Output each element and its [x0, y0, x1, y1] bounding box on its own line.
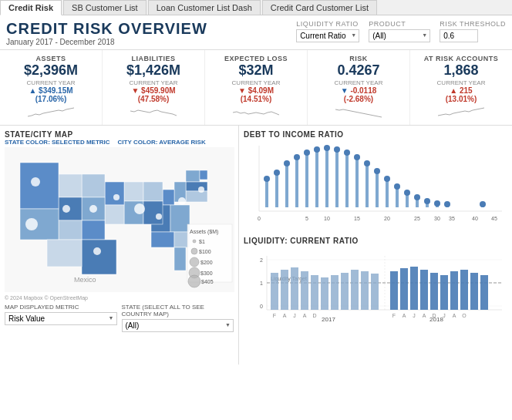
- svg-text:$100: $100: [199, 249, 211, 254]
- charts-section: DEBT TO INCOME RATIO: [239, 126, 512, 365]
- svg-text:15: 15: [354, 216, 360, 221]
- kpi-expected-loss-change-val: $4.09M: [248, 86, 274, 95]
- tab-loan-customer[interactable]: Loan Customer List Dash: [148, 0, 261, 15]
- liquidity-select[interactable]: Current Ratio: [296, 29, 359, 42]
- svg-rect-13: [143, 182, 163, 201]
- kpi-assets: ASSETS $2,396M CURRENT YEAR ▲ $349.15M (…: [0, 50, 103, 125]
- svg-text:O: O: [462, 313, 467, 318]
- state-label: STATE (SELECT ALL TO SEE COUNTRY MAP): [122, 304, 234, 318]
- svg-point-66: [324, 145, 330, 151]
- svg-point-30: [62, 205, 70, 213]
- map-section: STATE/CITY MAP STATE COLOR: SELECTED MET…: [0, 126, 239, 365]
- svg-text:20: 20: [384, 216, 390, 221]
- map-footer: © 2024 Mapbox © OpenStreetMap: [5, 295, 234, 301]
- kpi-liabilities: LIABILITIES $1,426M CURRENT YEAR ▼ $459.…: [103, 50, 205, 125]
- svg-rect-122: [331, 275, 339, 310]
- kpi-assets-label: ASSETS: [6, 55, 96, 62]
- svg-rect-117: [281, 270, 288, 310]
- kpi-at-risk-value: 1,868: [416, 62, 506, 79]
- svg-text:Assets ($M): Assets ($M): [190, 229, 218, 235]
- svg-text:J: J: [443, 313, 446, 318]
- svg-point-41: [193, 240, 196, 243]
- svg-point-70: [344, 150, 350, 156]
- svg-text:0: 0: [258, 216, 261, 221]
- map-title: STATE/CITY MAP: [5, 130, 234, 139]
- tab-sb-customer[interactable]: SB Customer List: [63, 0, 147, 15]
- svg-rect-15: [143, 201, 163, 224]
- svg-point-54: [264, 176, 270, 182]
- svg-text:2017: 2017: [322, 316, 335, 323]
- svg-point-37: [93, 247, 101, 255]
- svg-rect-8: [170, 205, 190, 232]
- svg-rect-135: [470, 273, 478, 310]
- kpi-assets-change: ▲ $349.15M (17.06%): [6, 86, 96, 103]
- svg-text:0: 0: [260, 304, 263, 309]
- svg-text:2: 2: [260, 257, 263, 263]
- svg-rect-127: [390, 271, 398, 310]
- map-legend-city: CITY COLOR: AVERAGE RISK: [118, 139, 206, 146]
- svg-rect-125: [361, 271, 369, 310]
- product-select[interactable]: (All): [369, 29, 430, 42]
- svg-text:F: F: [392, 313, 396, 318]
- metric-select-wrapper: Risk Value: [5, 312, 117, 325]
- svg-point-88: [434, 200, 440, 207]
- svg-point-33: [134, 203, 145, 214]
- map-container[interactable]: Mexico Assets ($M) $1 $100 $200 $300 $40…: [5, 147, 234, 294]
- risk-threshold-input[interactable]: [440, 29, 478, 42]
- svg-rect-134: [460, 270, 468, 310]
- product-label: PRODUCT: [369, 20, 430, 28]
- svg-point-60: [294, 154, 300, 160]
- metric-control: MAP DISPLAYED METRIC Risk Value: [5, 304, 117, 332]
- svg-point-34: [156, 213, 162, 220]
- kpi-at-risk-label: AT RISK ACCOUNTS: [416, 55, 506, 62]
- map-legend: STATE COLOR: SELECTED METRIC CITY COLOR:…: [5, 139, 234, 146]
- liquidity-chart-svg: 2 1 0 Liquidity Target 2017 2018: [244, 248, 506, 341]
- svg-point-92: [480, 201, 486, 207]
- kpi-risk-change: ▼ -0.0118 (-2.68%): [314, 86, 403, 103]
- svg-text:1: 1: [260, 281, 263, 286]
- liquidity-chart-block: LIQUIDITY: Current Ratio 2 1 0 Liquidity…: [244, 237, 507, 342]
- header: CREDIT RISK OVERVIEW January 2017 - Dece…: [0, 15, 512, 49]
- svg-point-90: [444, 201, 450, 207]
- debt-chart-title: DEBT TO INCOME RATIO: [244, 130, 507, 139]
- tab-credit-card[interactable]: Credit Card Customer List: [262, 0, 377, 15]
- kpi-at-risk-arrow: ▲: [450, 86, 457, 95]
- liquidity-select-wrapper: Current Ratio: [296, 29, 359, 42]
- svg-point-35: [178, 197, 186, 205]
- kpi-risk: RISK 0.4267 CURRENT YEAR ▼ -0.0118 (-2.6…: [308, 50, 410, 125]
- state-select[interactable]: (All): [122, 319, 234, 332]
- risk-threshold-filter: RISK THRESHOLD: [440, 20, 506, 42]
- svg-rect-4: [186, 191, 207, 202]
- svg-text:45: 45: [491, 216, 497, 221]
- kpi-assets-change-val: $349.15M: [39, 86, 72, 95]
- metric-label: MAP DISPLAYED METRIC: [5, 304, 117, 311]
- svg-text:D: D: [312, 313, 316, 318]
- kpi-risk-value: 0.4267: [314, 62, 403, 79]
- svg-rect-118: [291, 267, 298, 310]
- svg-rect-119: [301, 271, 308, 310]
- svg-point-62: [304, 150, 310, 156]
- svg-rect-21: [59, 174, 82, 197]
- svg-text:F: F: [273, 313, 276, 318]
- metric-select[interactable]: Risk Value: [5, 312, 117, 325]
- svg-text:$405: $405: [201, 279, 214, 284]
- kpi-assets-sparkline: [6, 105, 96, 120]
- kpi-liabilities-change: ▼ $459.90M (47.58%): [109, 86, 198, 103]
- svg-rect-126: [371, 274, 379, 310]
- svg-text:Mexico: Mexico: [74, 276, 96, 284]
- kpi-expected-loss-sparkline: [211, 105, 301, 120]
- debt-chart-svg: 0 5 10 15 20 25 30 35 40 45: [244, 142, 506, 230]
- kpi-expected-loss-sub: CURRENT YEAR: [211, 79, 301, 86]
- state-control: STATE (SELECT ALL TO SEE COUNTRY MAP) (A…: [122, 304, 234, 332]
- risk-threshold-label: RISK THRESHOLD: [440, 20, 506, 28]
- kpi-liabilities-change-val: $459.90M: [141, 86, 175, 95]
- svg-point-56: [274, 170, 280, 176]
- kpi-at-risk-sub: CURRENT YEAR: [416, 79, 506, 86]
- tab-credit-risk[interactable]: Credit Risk: [0, 0, 62, 15]
- svg-rect-131: [430, 273, 438, 310]
- kpi-expected-loss-value: $32M: [211, 62, 301, 79]
- svg-point-72: [354, 154, 360, 160]
- svg-rect-23: [59, 220, 82, 240]
- svg-text:A: A: [403, 313, 406, 318]
- kpi-risk-change-pct: (-2.68%): [344, 95, 373, 103]
